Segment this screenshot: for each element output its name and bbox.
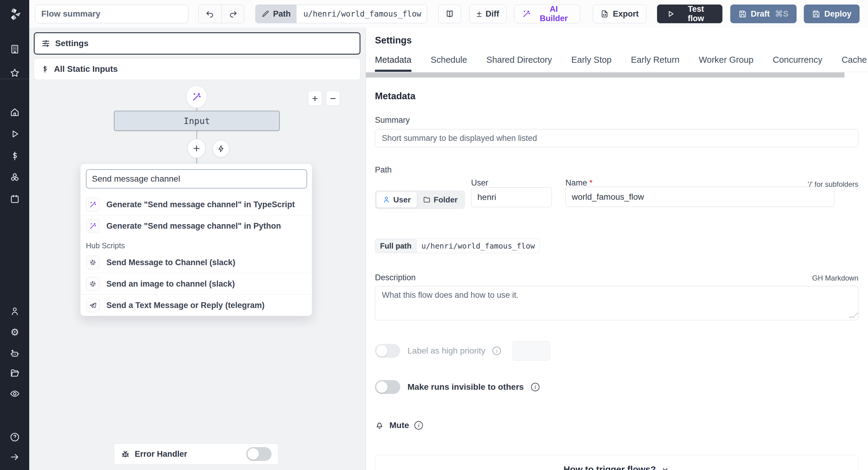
pencil-icon [261,10,270,18]
input-node-label: Input [184,116,210,126]
step-search-input[interactable] [86,169,307,188]
invisible-runs-toggle[interactable] [375,380,400,394]
home-icon[interactable] [9,107,20,118]
ai-flow-builder-button[interactable] [186,86,207,108]
users-person-icon[interactable] [9,306,20,317]
flow-settings-node[interactable]: Settings [34,32,361,55]
deploy-button[interactable]: Deploy [804,4,860,23]
path-section-label: Path [375,165,858,175]
slack-icon [89,259,96,266]
lightning-bolt-icon [217,145,225,153]
tab-metadata[interactable]: Metadata [375,55,411,72]
bell-icon [375,421,384,430]
generate-python-label: Generate "Send message channel" in Pytho… [106,222,281,231]
input-node[interactable]: Input [114,111,280,131]
windmill-logo-icon[interactable] [7,7,22,22]
resources-cubes-icon[interactable] [9,172,20,183]
name-input[interactable] [565,187,834,207]
docs-book-button[interactable] [438,4,461,23]
deploy-label: Deploy [824,9,851,19]
ai-builder-label: AI Builder [535,4,572,23]
flow-summary-input[interactable] [35,4,188,23]
hub-script-item[interactable]: Send a Text Message or Reply (telegram) [81,294,312,316]
flow-edge [196,131,197,139]
user-input[interactable] [471,187,552,207]
summary-label: Summary [375,116,858,125]
tab-early-stop[interactable]: Early Stop [571,55,612,72]
invisible-runs-row: Make runs invisible to others i [375,380,858,394]
hub-script-item[interactable]: Send an image to channel (slack) [81,273,312,294]
ai-builder-button[interactable]: AI Builder [514,4,580,23]
invisible-runs-label: Make runs invisible to others [407,382,524,392]
info-icon[interactable]: i [531,383,539,391]
full-path-label: Full path [375,239,416,253]
trigger-help-expander[interactable]: How to trigger flows? [375,455,858,470]
collapse-arrow-right-icon[interactable] [9,451,20,463]
hub-script-label: Send Message to Channel (slack) [106,258,236,267]
workers-robot-icon[interactable] [9,348,20,359]
redo-button[interactable] [221,5,244,23]
schedules-calendar-icon[interactable] [9,194,20,205]
error-handler-toggle[interactable] [246,447,272,461]
flow-graph-panel: Settings All Static Inputs + − Input Gen… [29,28,366,470]
user-field-label: User [471,178,488,188]
hub-script-label: Send a Text Message or Reply (telegram) [106,301,265,310]
generate-typescript-label: Generate "Send message channel" in TypeS… [106,200,295,209]
zoom-out-button[interactable]: − [326,91,340,106]
folders-icon[interactable] [9,368,20,379]
save-icon [738,10,747,18]
hub-script-item[interactable]: Send Message to Channel (slack) [81,252,312,273]
tab-shared-directory[interactable]: Shared Directory [487,55,552,72]
all-static-inputs-node[interactable]: All Static Inputs [34,58,361,80]
history-controls [198,4,244,23]
variables-dollar-icon[interactable] [9,150,20,161]
hub-script-label: Send an image to channel (slack) [106,280,235,289]
owner-kind-user[interactable]: User [376,192,417,208]
zoom-in-button[interactable]: + [308,91,322,106]
generate-python-item[interactable]: Generate "Send message channel" in Pytho… [81,215,312,236]
metadata-heading: Metadata [375,91,858,102]
magic-wand-icon [89,222,97,230]
test-flow-button[interactable]: Test flow [657,4,722,23]
all-static-inputs-label: All Static Inputs [54,64,118,74]
draft-shortcut: ⌘S [775,9,788,19]
help-question-icon[interactable] [9,432,20,443]
tab-concurrency[interactable]: Concurrency [773,55,822,72]
path-display[interactable]: Path u/henri/world_famous_flow [255,4,427,23]
error-handler-node[interactable]: Error Handler [114,443,278,465]
undo-icon [206,9,215,19]
owner-kind-folder[interactable]: Folder [417,192,464,208]
path-value: u/henri/world_famous_flow [297,5,427,23]
save-draft-button[interactable]: Draft ⌘S [730,4,797,23]
trigger-help-label: How to trigger flows? [564,464,656,470]
runs-play-icon[interactable] [9,128,20,139]
description-textarea[interactable] [375,286,858,320]
error-handler-label: Error Handler [135,449,187,459]
info-icon[interactable]: i [414,421,423,430]
tabs-horizontal-scrollbar[interactable] [366,72,844,78]
favorites-star-icon[interactable] [9,67,20,79]
undo-button[interactable] [198,5,221,23]
workspace-building-icon[interactable] [9,44,20,55]
tab-early-return[interactable]: Early Return [631,55,679,72]
add-step-button[interactable] [187,139,206,158]
tab-schedule[interactable]: Schedule [431,55,467,72]
generate-typescript-item[interactable]: Generate "Send message channel" in TypeS… [81,194,312,215]
full-path-row: Full path u/henri/world_famous_flow [375,239,858,253]
export-button[interactable]: Export [593,4,646,23]
app-sidebar: ⚙ [0,0,29,470]
trigger-bolt-button[interactable] [213,140,229,157]
summary-input[interactable] [375,129,858,147]
diff-button[interactable]: ± Diff [469,4,507,23]
high-priority-label: Label as high priority [407,346,485,356]
settings-tabs: Metadata Schedule Shared Directory Early… [375,55,868,72]
high-priority-toggle[interactable] [375,344,400,358]
full-path-value: u/henri/world_famous_flow [416,239,540,253]
high-priority-row: Label as high priority i [375,341,858,361]
info-icon[interactable]: i [493,347,501,355]
settings-gear-icon[interactable]: ⚙ [9,327,20,337]
audit-eye-icon[interactable] [9,388,20,399]
description-label: Description [375,273,415,282]
tab-cache[interactable]: Cache [841,55,867,72]
tab-worker-group[interactable]: Worker Group [699,55,753,72]
